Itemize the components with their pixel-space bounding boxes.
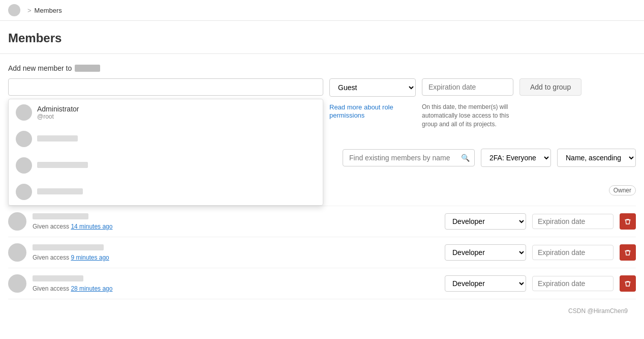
member-filter-input[interactable] xyxy=(343,149,475,166)
filter-search-wrap: 🔍 xyxy=(343,149,475,166)
watermark: CSDN @HiramChen9 xyxy=(8,299,636,323)
breadcrumb-current: Members xyxy=(35,7,62,14)
dropdown-avatar-4 xyxy=(16,184,32,200)
dropdown-name-redacted-2 xyxy=(37,135,78,142)
role-permissions-link[interactable]: Read more about role permissions xyxy=(329,103,393,119)
delete-member-button[interactable] xyxy=(620,275,636,292)
role-select[interactable]: Guest Reporter Developer Maintainer Owne… xyxy=(329,78,416,97)
search-icon: 🔍 xyxy=(461,154,470,162)
member-name-redacted xyxy=(33,213,88,219)
add-member-label-prefix: Add new member to xyxy=(8,64,72,72)
dropdown-item-administrator[interactable]: Administrator @root xyxy=(9,99,323,126)
add-member-row: Administrator @root xyxy=(8,78,636,97)
add-to-group-col: Add to group xyxy=(519,78,581,96)
member-info: Given access 9 minutes ago xyxy=(33,244,439,261)
member-search-input[interactable] xyxy=(8,78,323,96)
avatar xyxy=(8,274,26,293)
dropdown-item-info: Administrator @root xyxy=(37,105,79,120)
member-info: Given access 28 minutes ago xyxy=(33,275,439,292)
dropdown-item-2[interactable] xyxy=(9,126,323,152)
table-row: Given access 9 minutes ago Developer xyxy=(8,237,636,268)
owner-badge: Owner xyxy=(609,185,636,195)
trash-icon xyxy=(624,218,631,225)
table-row: Given access 28 minutes ago Developer xyxy=(8,268,636,299)
dropdown-username: @root xyxy=(37,113,79,120)
dropdown-avatar-2 xyxy=(16,131,32,147)
member-expiration-input[interactable] xyxy=(532,276,614,291)
twofa-filter-select[interactable]: 2FA: Everyone xyxy=(481,149,551,167)
member-dropdown: Administrator @root xyxy=(8,99,323,206)
role-link-text: Read more about role xyxy=(329,103,393,111)
member-role-select[interactable]: Developer xyxy=(445,244,526,261)
member-access: Given access 14 minutes ago xyxy=(33,223,439,230)
dropdown-avatar-3 xyxy=(16,157,32,174)
role-select-col: Guest Reporter Developer Maintainer Owne… xyxy=(329,78,416,97)
role-info: Read more about role permissions xyxy=(329,103,416,119)
breadcrumb-separator: > xyxy=(27,7,32,14)
page-title: Members xyxy=(8,31,636,45)
role-link-suffix: permissions xyxy=(329,111,364,119)
avatar xyxy=(8,243,26,262)
add-to-group-button[interactable]: Add to group xyxy=(519,78,581,96)
dropdown-item-info-2 xyxy=(37,135,78,143)
dropdown-item-4[interactable] xyxy=(9,179,323,205)
trash-icon xyxy=(624,280,631,287)
expiration-info-col: On this date, the member(s) will automat… xyxy=(422,101,513,128)
dropdown-item-info-3 xyxy=(37,161,88,170)
access-time-link[interactable]: 14 minutes ago xyxy=(71,223,112,230)
member-role-select[interactable]: Developer xyxy=(445,213,526,230)
member-expiration-input[interactable] xyxy=(532,214,614,229)
member-info: Given access 14 minutes ago xyxy=(33,213,439,230)
member-name-redacted xyxy=(33,244,104,250)
delete-member-button[interactable] xyxy=(620,213,636,230)
dropdown-name-redacted-3 xyxy=(37,162,88,168)
member-input-wrap: Administrator @root xyxy=(8,78,323,96)
member-name-redacted xyxy=(33,275,83,281)
dropdown-avatar-administrator xyxy=(16,104,32,121)
access-time-link[interactable]: 9 minutes ago xyxy=(71,254,109,261)
member-role-select[interactable]: Developer xyxy=(445,275,526,292)
avatar xyxy=(8,212,26,231)
table-row: Given access 14 minutes ago Developer xyxy=(8,206,636,237)
access-time-link[interactable]: 28 minutes ago xyxy=(71,285,112,292)
breadcrumb: > Members xyxy=(0,0,644,21)
trash-icon xyxy=(624,249,631,256)
add-member-label: Add new member to xyxy=(8,64,636,72)
page-header: Members xyxy=(0,21,644,54)
dropdown-name: Administrator xyxy=(37,105,79,113)
expiration-col xyxy=(422,78,513,96)
main-content: Add new member to Administrator @root xyxy=(0,54,644,333)
sort-select[interactable]: Name, ascending xyxy=(557,149,636,167)
group-name-redacted xyxy=(75,65,100,72)
member-access: Given access 28 minutes ago xyxy=(33,285,439,292)
dropdown-item-3[interactable] xyxy=(9,152,323,179)
expiration-info-text: On this date, the member(s) will automat… xyxy=(422,103,513,128)
breadcrumb-avatar xyxy=(8,4,20,16)
member-expiration-input[interactable] xyxy=(532,245,614,260)
delete-member-button[interactable] xyxy=(620,244,636,261)
dropdown-name-redacted-4 xyxy=(37,188,83,194)
member-access: Given access 9 minutes ago xyxy=(33,254,439,261)
expiration-date-input[interactable] xyxy=(422,78,513,96)
dropdown-item-info-4 xyxy=(37,188,83,196)
